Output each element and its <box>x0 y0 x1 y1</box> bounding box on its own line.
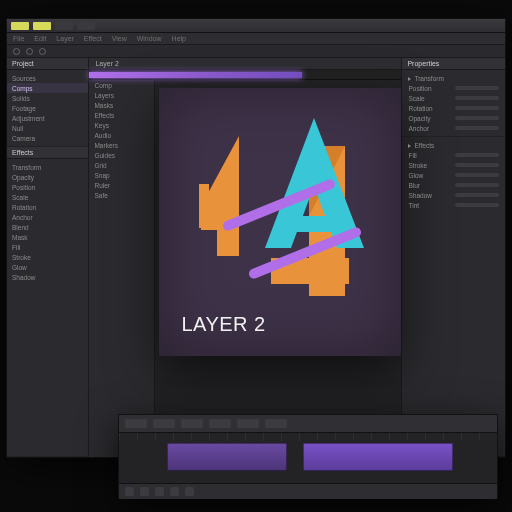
timeline-clip[interactable] <box>303 443 453 471</box>
list-item[interactable]: Fill <box>7 242 88 252</box>
list-item[interactable]: Layers <box>89 90 154 100</box>
timeline-chip[interactable] <box>209 419 231 428</box>
disclosure-icon <box>408 144 411 148</box>
list-item[interactable]: Snap <box>89 170 154 180</box>
timeline-clip[interactable] <box>167 443 287 471</box>
property-row[interactable]: Position <box>402 83 505 93</box>
composition-canvas[interactable]: LAYER 2 <box>159 88 401 356</box>
list-item[interactable]: Scale <box>7 192 88 202</box>
group-transform: Transform Position Scale Rotation Opacit… <box>402 70 505 137</box>
footer-button[interactable] <box>185 487 194 496</box>
list-item[interactable]: Solids <box>7 93 88 103</box>
list-item[interactable]: Position <box>7 182 88 192</box>
list-item[interactable]: Ruler <box>89 180 154 190</box>
list-item[interactable]: Sources <box>7 73 88 83</box>
menu-item[interactable]: Help <box>172 35 186 42</box>
tool-button[interactable] <box>39 48 46 55</box>
footer-button[interactable] <box>140 487 149 496</box>
timeline-chip[interactable] <box>237 419 259 428</box>
time-ruler <box>119 433 497 441</box>
list-item[interactable]: Mask <box>7 232 88 242</box>
menu-item[interactable]: View <box>112 35 127 42</box>
panel-header-effects: Effects <box>7 147 88 159</box>
footer-button[interactable] <box>155 487 164 496</box>
composition-tabs: Layer 2 <box>89 58 401 70</box>
timeline-chip[interactable] <box>153 419 175 428</box>
list-item[interactable]: Keys <box>89 120 154 130</box>
progress-fill <box>89 72 301 78</box>
menu-item[interactable]: Window <box>137 35 162 42</box>
property-row[interactable]: Tint <box>402 200 505 210</box>
property-row[interactable]: Blur <box>402 180 505 190</box>
list-item[interactable]: Safe <box>89 190 154 200</box>
menubar: File Edit Layer Effect View Window Help <box>7 33 505 45</box>
canvas-viewport[interactable]: LAYER 2 <box>155 80 401 457</box>
progress-bar[interactable] <box>89 70 401 80</box>
timeline-tracks[interactable] <box>119 433 497 483</box>
property-row[interactable]: Anchor <box>402 123 505 133</box>
list-item[interactable]: Guides <box>89 150 154 160</box>
center-panel: Layer 2 Comp Layers Masks Effects Keys A… <box>89 58 401 457</box>
property-row[interactable]: Shadow <box>402 190 505 200</box>
list-item[interactable]: Stroke <box>7 252 88 262</box>
timeline-window <box>118 414 498 498</box>
timeline-chip[interactable] <box>265 419 287 428</box>
menu-item[interactable]: Effect <box>84 35 102 42</box>
svg-rect-2 <box>287 216 341 232</box>
list-item[interactable]: Markers <box>89 140 154 150</box>
project-section: Sources Comps Solids Footage Adjustment … <box>7 70 88 147</box>
panel-header-project: Project <box>7 58 88 70</box>
property-row[interactable]: Rotation <box>402 103 505 113</box>
footer-button[interactable] <box>170 487 179 496</box>
list-item[interactable]: Adjustment <box>7 113 88 123</box>
list-item[interactable]: Anchor <box>7 212 88 222</box>
left-panel: Project Sources Comps Solids Footage Adj… <box>7 58 89 457</box>
effects-section: Transform Opacity Position Scale Rotatio… <box>7 159 88 457</box>
list-item[interactable]: Masks <box>89 100 154 110</box>
list-item[interactable]: Audio <box>89 130 154 140</box>
timeline-chip[interactable] <box>181 419 203 428</box>
property-row[interactable]: Fill <box>402 150 505 160</box>
group-effects: Effects Fill Stroke Glow Blur Shadow Tin… <box>402 137 505 457</box>
timeline-toolbar <box>119 415 497 433</box>
panel-header-properties: Properties <box>402 58 505 70</box>
list-item[interactable]: Opacity <box>7 172 88 182</box>
list-item[interactable]: Comps <box>7 83 88 93</box>
property-row[interactable]: Opacity <box>402 113 505 123</box>
titlebar-swatch <box>77 22 95 30</box>
list-item[interactable]: Transform <box>7 162 88 172</box>
toolbar <box>7 45 505 58</box>
tool-button[interactable] <box>13 48 20 55</box>
list-item[interactable]: Rotation <box>7 202 88 212</box>
group-header[interactable]: Effects <box>402 140 505 150</box>
list-item[interactable]: Shadow <box>7 272 88 282</box>
titlebar-swatch <box>55 22 73 30</box>
titlebar <box>7 19 505 33</box>
list-item[interactable]: Comp <box>89 80 154 90</box>
canvas-label: LAYER 2 <box>181 313 265 336</box>
property-row[interactable]: Glow <box>402 170 505 180</box>
tab-label[interactable]: Layer 2 <box>95 60 118 67</box>
list-item[interactable]: Blend <box>7 222 88 232</box>
group-header[interactable]: Transform <box>402 73 505 83</box>
menu-item[interactable]: Layer <box>56 35 74 42</box>
menu-item[interactable]: File <box>13 35 24 42</box>
mid-sidebar: Comp Layers Masks Effects Keys Audio Mar… <box>89 80 155 457</box>
titlebar-swatch <box>11 22 29 30</box>
list-item[interactable]: Null <box>7 123 88 133</box>
timeline-footer <box>119 483 497 499</box>
svg-rect-5 <box>199 184 209 228</box>
timeline-chip[interactable] <box>125 419 147 428</box>
disclosure-icon <box>408 77 411 81</box>
content-area: Project Sources Comps Solids Footage Adj… <box>7 58 505 457</box>
menu-item[interactable]: Edit <box>34 35 46 42</box>
footer-button[interactable] <box>125 487 134 496</box>
list-item[interactable]: Grid <box>89 160 154 170</box>
list-item[interactable]: Effects <box>89 110 154 120</box>
tool-button[interactable] <box>26 48 33 55</box>
list-item[interactable]: Camera <box>7 133 88 143</box>
list-item[interactable]: Glow <box>7 262 88 272</box>
property-row[interactable]: Scale <box>402 93 505 103</box>
list-item[interactable]: Footage <box>7 103 88 113</box>
property-row[interactable]: Stroke <box>402 160 505 170</box>
